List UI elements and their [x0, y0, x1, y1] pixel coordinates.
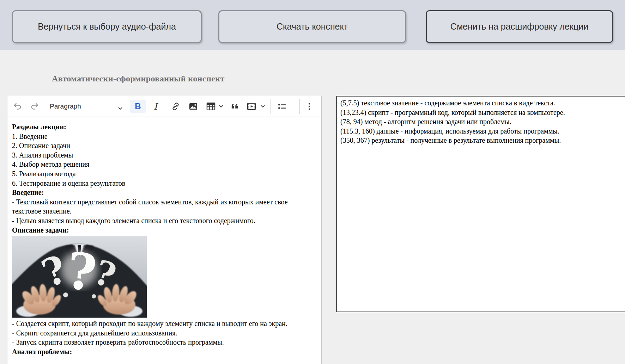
- editor-line: 1. Введение: [12, 132, 316, 141]
- editor-line: 3. Анализ проблемы: [12, 150, 316, 160]
- timestamped-definitions-panel[interactable]: (5,7.5) текстовое значение - содержимое …: [336, 96, 625, 312]
- undo-icon[interactable]: [11, 100, 24, 113]
- chevron-down-icon: [118, 105, 122, 111]
- media-dropdown-chevron-icon[interactable]: [259, 100, 266, 113]
- paragraph-style-dropdown[interactable]: Paragraph: [50, 100, 125, 113]
- toolbar-separator: [271, 99, 271, 114]
- insert-image-icon[interactable]: [187, 100, 200, 113]
- editor-line: Анализ проблемы:: [12, 347, 316, 357]
- page-title: Автоматически-сформированный конспект: [52, 74, 225, 84]
- transcript-line: (78, 94) метод - алгоритм решения задачи…: [340, 117, 625, 127]
- block-quote-icon[interactable]: [229, 100, 242, 113]
- editor-toolbar: Paragraph B I: [7, 96, 321, 117]
- editor-line: 6. Тестирование и оценка результатов: [12, 179, 316, 188]
- editor-line: Разделы лекции:: [12, 122, 316, 132]
- italic-button[interactable]: I: [148, 100, 163, 113]
- transcript-line: (350, 367) результаты - полученные в рез…: [340, 136, 625, 145]
- toolbar-separator: [127, 99, 127, 114]
- top-action-bar: Вернуться к выбору аудио-файла Скачать к…: [0, 0, 625, 50]
- link-icon[interactable]: [169, 100, 182, 113]
- redo-icon[interactable]: [28, 100, 41, 113]
- toolbar-separator: [299, 99, 300, 114]
- editor-line: Введение:: [12, 188, 316, 197]
- switch-to-transcript-button[interactable]: Сменить на расшифровку лекции: [426, 10, 613, 43]
- editor-line: Описание задачи:: [12, 226, 316, 235]
- toolbar-separator: [47, 99, 47, 114]
- download-summary-button[interactable]: Скачать конспект: [218, 10, 406, 43]
- bold-button[interactable]: B: [130, 100, 146, 113]
- editor-line: - Текстовый контекст представляет собой …: [12, 197, 316, 216]
- back-to-audio-select-button[interactable]: Вернуться к выбору аудио-файла: [12, 10, 202, 43]
- editor-line: - Запуск скрипта позволяет проверить раб…: [12, 338, 316, 347]
- transcript-line: (5,7.5) текстовое значение - содержимое …: [340, 98, 625, 108]
- editor-line: 5. Реализация метода: [12, 169, 316, 179]
- transcript-line: (115.3, 160) данные - информация, исполь…: [340, 127, 625, 136]
- transcript-line: (13,23.4) скрипт - программный код, кото…: [340, 108, 625, 117]
- editor-line: - Создается скрипт, который проходит по …: [12, 319, 316, 328]
- summary-editor: Paragraph B I: [7, 96, 322, 364]
- question-marks-photo[interactable]: ? ? ?: [12, 236, 147, 318]
- toolbar-overflow-menu-icon[interactable]: [303, 100, 316, 113]
- paragraph-style-label: Paragraph: [50, 103, 81, 110]
- insert-table-icon[interactable]: [205, 100, 217, 113]
- editor-line: - Целью является вывод каждого элемента …: [12, 216, 316, 226]
- toolbar-separator: [167, 99, 167, 114]
- editor-line: 4. Выбор метода решения: [12, 160, 316, 169]
- bulleted-list-icon[interactable]: [276, 100, 289, 113]
- editor-content-area[interactable]: Разделы лекции: 1. Введение 2. Описание …: [7, 117, 321, 357]
- editor-line: 2. Описание задачи: [12, 141, 316, 150]
- insert-media-icon[interactable]: [245, 100, 258, 113]
- table-dropdown-chevron-icon[interactable]: [218, 100, 225, 113]
- editor-line: - Скрипт сохраняется для дальнейшего исп…: [12, 328, 316, 338]
